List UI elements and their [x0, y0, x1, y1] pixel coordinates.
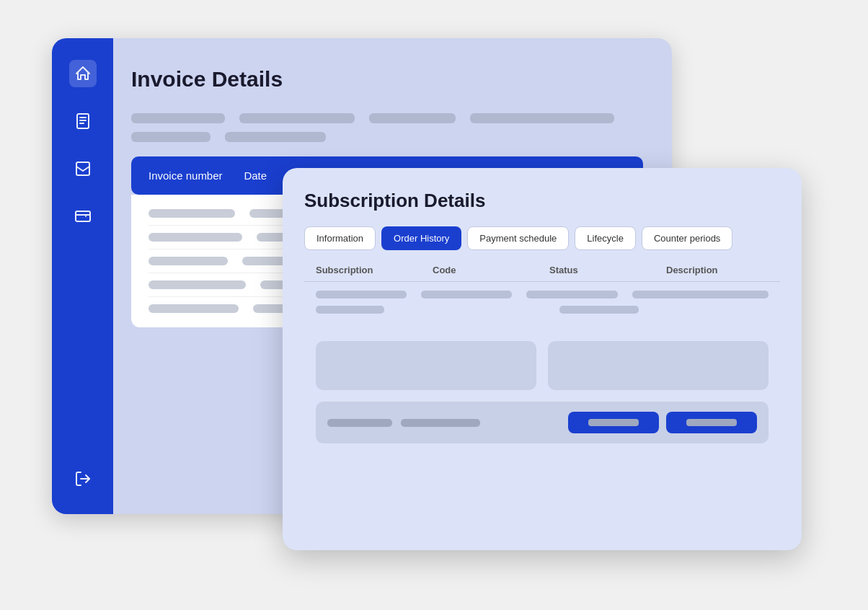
tab-lifecycle[interactable]: Lifecycle	[575, 226, 636, 250]
sidebar-item-documents[interactable]	[69, 107, 97, 135]
th-invoice-number: Invoice number	[149, 169, 244, 182]
skeleton	[526, 291, 617, 299]
footer-skeleton-area	[327, 419, 480, 427]
meta-row-1	[131, 113, 643, 123]
skeleton	[369, 113, 456, 123]
skeleton	[316, 291, 407, 299]
tab-counter-periods[interactable]: Counter periods	[642, 226, 733, 250]
invoice-title: Invoice Details	[131, 67, 643, 92]
subscription-table-body	[304, 282, 780, 330]
subscription-tabs: Information Order History Payment schedu…	[304, 226, 780, 250]
footer-button-2[interactable]	[666, 412, 757, 433]
sub-table-row	[316, 291, 769, 299]
skeleton	[131, 113, 225, 123]
skeleton	[239, 113, 355, 123]
content-box-left	[316, 341, 536, 390]
skeleton	[401, 419, 480, 427]
sidebar-item-wallet[interactable]	[69, 203, 97, 230]
sub-th-subscription: Subscription	[316, 265, 418, 275]
skeleton	[149, 280, 246, 289]
sub-th-status: Status	[549, 265, 652, 275]
content-boxes	[316, 341, 769, 390]
tab-order-history[interactable]: Order History	[381, 226, 461, 250]
sidebar-item-logout[interactable]	[69, 465, 97, 492]
skeleton	[149, 304, 239, 313]
skeleton	[421, 291, 512, 299]
sub-th-code: Code	[433, 265, 535, 275]
skeleton	[559, 306, 639, 314]
skeleton	[131, 132, 211, 142]
subscription-footer	[316, 402, 769, 443]
sidebar-item-inbox[interactable]	[69, 155, 97, 182]
skeleton	[632, 291, 769, 299]
skeleton	[149, 257, 228, 265]
svg-rect-5	[76, 211, 90, 221]
subscription-card: Subscription Details Information Order H…	[283, 168, 802, 550]
skeleton	[149, 233, 242, 242]
content-box-right	[548, 341, 769, 390]
subscription-table-header: Subscription Code Status Description	[304, 265, 780, 282]
skeleton	[686, 419, 737, 426]
sidebar-item-home[interactable]	[69, 60, 97, 87]
tab-information[interactable]: Information	[304, 226, 376, 250]
skeleton	[470, 113, 614, 123]
tab-payment-schedule[interactable]: Payment schedule	[467, 226, 569, 250]
skeleton	[316, 306, 384, 314]
skeleton	[225, 132, 326, 142]
footer-button-1[interactable]	[568, 412, 659, 433]
footer-buttons	[568, 412, 757, 433]
sub-table-row	[316, 306, 769, 314]
meta-row-2	[131, 132, 643, 142]
scene: Invoice Details Invoice number Date Paym…	[37, 24, 831, 586]
skeleton	[149, 209, 235, 218]
skeleton	[588, 419, 639, 426]
skeleton	[327, 419, 392, 427]
sub-th-description: Description	[666, 265, 769, 275]
sidebar	[52, 38, 113, 514]
subscription-title: Subscription Details	[304, 190, 780, 212]
